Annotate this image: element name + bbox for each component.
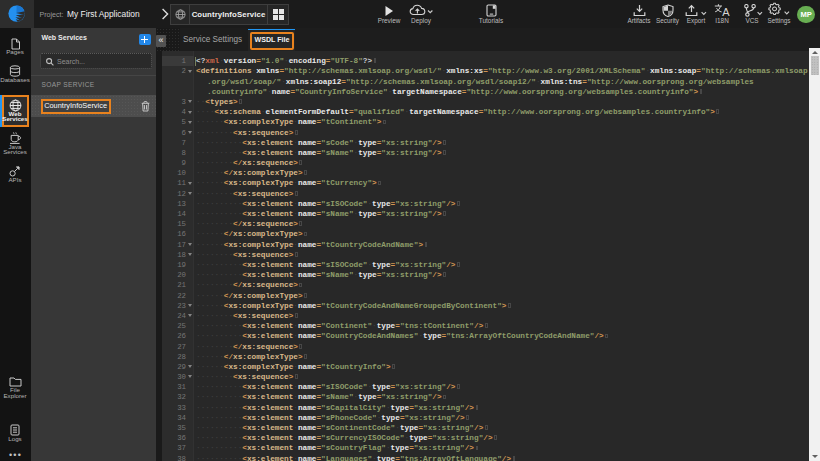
- svg-text:A: A: [722, 6, 730, 17]
